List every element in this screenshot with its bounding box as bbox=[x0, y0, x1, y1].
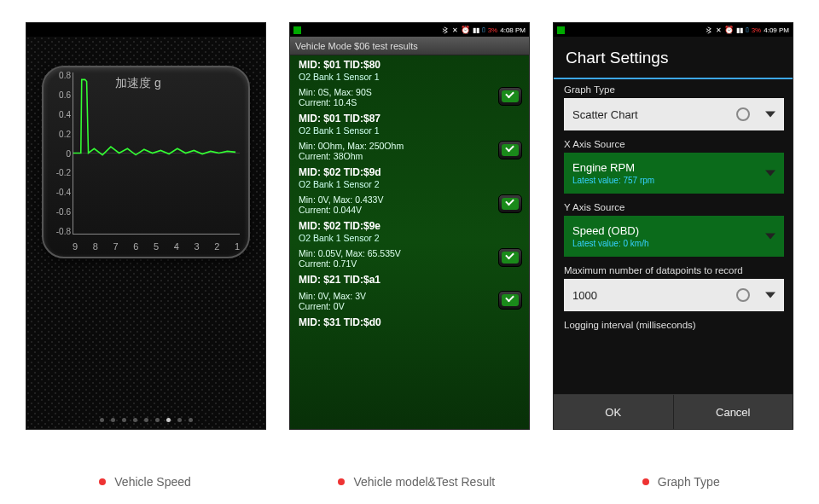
status-time: 4:08 PM bbox=[500, 26, 526, 34]
graph-type-select[interactable]: Scatter Chart bbox=[564, 98, 784, 130]
results-list[interactable]: MID: $01 TID:$80 O2 Bank 1 Sensor 1 Min:… bbox=[290, 55, 529, 429]
phone-panel-2: ✕ ⏰ ▮▮ ▯ 3% 4:08 PM Vehicle Mode $06 tes… bbox=[289, 22, 530, 430]
caption-b: Vehicle model&Test Result bbox=[338, 475, 495, 489]
signal-icon: ▮▮ bbox=[473, 26, 479, 34]
x-axis-label: X Axis Source bbox=[564, 139, 784, 149]
battery-icon: 3% bbox=[488, 26, 498, 34]
chevron-down-icon bbox=[765, 112, 775, 118]
ok-check-icon bbox=[498, 291, 522, 310]
logging-interval-label: Logging interval (milliseconds) bbox=[564, 320, 784, 330]
header-title: Vehicle Mode $06 test results bbox=[295, 41, 418, 51]
mute-icon: ✕ bbox=[452, 26, 458, 34]
radio-icon bbox=[736, 288, 750, 302]
status-bar bbox=[26, 23, 265, 37]
dialog-button-row: OK Cancel bbox=[554, 394, 793, 429]
result-row[interactable]: MID: $31 TID:$d0 bbox=[290, 313, 529, 330]
alarm-icon: ⏰ bbox=[461, 26, 470, 34]
chart-settings-dialog: Chart Settings Graph Type Scatter Chart … bbox=[554, 37, 793, 429]
chevron-down-icon bbox=[765, 171, 775, 177]
ok-check-icon bbox=[498, 194, 522, 213]
alarm-icon: ⏰ bbox=[724, 26, 734, 34]
signal-icon: ▮▮ bbox=[736, 26, 743, 34]
max-datapoints-label: Maximum number of datapoints to record bbox=[564, 265, 784, 275]
bullet-icon bbox=[99, 478, 106, 485]
dialog-title: Chart Settings bbox=[554, 37, 793, 79]
cancel-button[interactable]: Cancel bbox=[674, 395, 793, 429]
page-indicator[interactable] bbox=[26, 418, 265, 422]
app-icon bbox=[557, 26, 565, 34]
status-bar: ✕ ⏰ ▮▮ ▯ 3% 4:09 PM bbox=[554, 23, 793, 37]
y-axis-labels: 0.8 0.6 0.4 0.2 0 -0.2 -0.4 -0.6 -0.8 bbox=[47, 71, 71, 236]
bullet-icon bbox=[338, 478, 345, 485]
x-axis-labels: 9 8 7 6 5 4 3 2 1 bbox=[73, 241, 240, 252]
result-row[interactable]: MID: $02 TID:$9e O2 Bank 1 Sensor 2 Min:… bbox=[290, 217, 529, 270]
plot-area bbox=[73, 72, 240, 235]
phone-panel-3: ✕ ⏰ ▮▮ ▯ 3% 4:09 PM Chart Settings Graph… bbox=[553, 22, 793, 430]
ok-button[interactable]: OK bbox=[554, 395, 674, 429]
app-icon bbox=[293, 26, 301, 34]
bluetooth-icon bbox=[442, 26, 450, 34]
radio-icon bbox=[736, 107, 750, 121]
status-time: 4:09 PM bbox=[764, 26, 789, 34]
caption-row: Vehicle Speed Vehicle model&Test Result … bbox=[0, 475, 819, 489]
bluetooth-icon bbox=[706, 26, 713, 34]
y-axis-select[interactable]: Speed (OBD) Latest value: 0 km/h bbox=[564, 216, 784, 257]
ok-check-icon bbox=[498, 141, 522, 159]
caption-c: Graph Type bbox=[642, 475, 720, 489]
mute-icon: ✕ bbox=[716, 26, 722, 34]
graph-type-label: Graph Type bbox=[564, 84, 784, 95]
page-header: Vehicle Mode $06 test results bbox=[290, 37, 529, 55]
caption-a: Vehicle Speed bbox=[99, 475, 191, 489]
max-datapoints-select[interactable]: 1000 bbox=[564, 279, 784, 311]
result-row[interactable]: MID: $21 TID:$a1 Min: 0V, Max: 3V Curren… bbox=[290, 270, 529, 313]
phone-panel-1: 加速度 g 0.8 0.6 0.4 0.2 0 -0.2 -0.4 -0.6 -… bbox=[26, 22, 266, 430]
chart-trace bbox=[73, 79, 235, 154]
ok-check-icon bbox=[498, 248, 522, 267]
network-icon: ▯ bbox=[482, 26, 485, 33]
ok-check-icon bbox=[498, 87, 522, 106]
battery-icon: 3% bbox=[752, 26, 762, 34]
result-row[interactable]: MID: $02 TID:$9d O2 Bank 1 Sensor 2 Min:… bbox=[290, 163, 529, 217]
chevron-down-icon bbox=[765, 293, 775, 298]
bullet-icon bbox=[642, 478, 649, 485]
y-axis-label: Y Axis Source bbox=[564, 202, 784, 212]
result-row[interactable]: MID: $01 TID:$87 O2 Bank 1 Sensor 1 Min:… bbox=[290, 109, 529, 163]
x-axis-select[interactable]: Engine RPM Latest value: 757 rpm bbox=[564, 153, 784, 194]
status-bar: ✕ ⏰ ▮▮ ▯ 3% 4:08 PM bbox=[290, 23, 529, 37]
network-icon: ▯ bbox=[746, 26, 749, 33]
result-row[interactable]: MID: $01 TID:$80 O2 Bank 1 Sensor 1 Min:… bbox=[290, 55, 529, 109]
chevron-down-icon bbox=[765, 234, 775, 240]
accel-gauge: 加速度 g 0.8 0.6 0.4 0.2 0 -0.2 -0.4 -0.6 -… bbox=[42, 66, 250, 258]
